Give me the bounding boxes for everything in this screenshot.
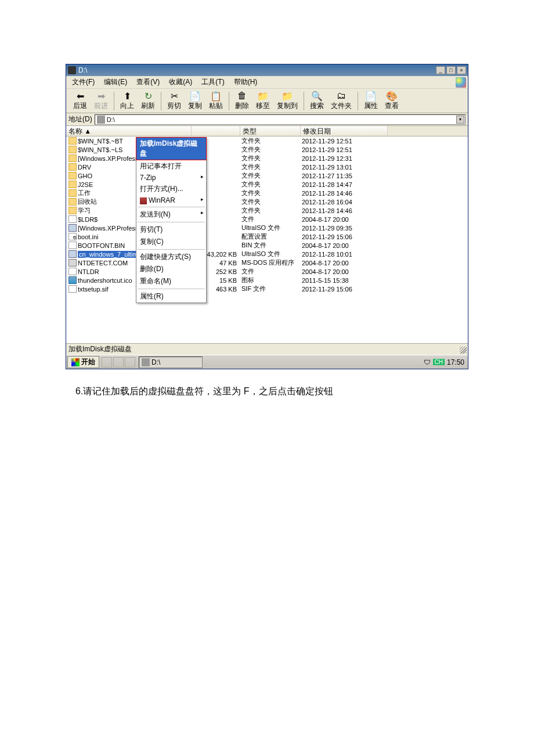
file-row[interactable]: NTDETECT.COM47 KBMS-DOS 应用程序2004-8-17 20… [66,258,468,267]
column-headers[interactable]: 名称 ▲ 类型 修改日期 [66,126,468,136]
start-button[interactable]: 开始 [67,356,99,368]
paste-button[interactable]: 📋粘贴 [205,91,226,111]
file-type: 配置设置 [240,232,301,241]
file-row[interactable]: [Windows.XP.ProfessUltraISO 文件2012-11-29… [66,224,468,232]
fold-icon [68,163,77,171]
file-icon [68,215,77,223]
file-row[interactable]: [Windows.XP.Profess文件夹2012-11-29 12:31 [66,154,468,163]
ctx-cut[interactable]: 剪切(T) [136,224,206,236]
language-indicator[interactable]: CH [433,359,445,365]
folders-button[interactable]: 🗂文件夹 [327,91,355,111]
drive-icon [68,66,76,74]
ctx-winrar[interactable]: WinRAR [136,195,206,206]
file-date: 2012-11-29 13:01 [301,164,388,171]
tray-item[interactable]: 🛡 [424,358,431,366]
ctx-delete[interactable]: 删除(D) [136,263,206,275]
copyto-button[interactable]: 📁复制到 [273,91,301,111]
close-button[interactable]: × [457,66,466,74]
file-type: 文件 [240,267,301,276]
file-type: 文件夹 [240,206,301,215]
minimize-button[interactable]: _ [436,66,445,74]
file-date: 2012-11-29 09:35 [301,225,388,232]
delete-button[interactable]: 🗑删除 [232,91,252,111]
clock[interactable]: 17:50 [447,358,464,366]
ql-item-3[interactable] [125,357,135,368]
folder-move-icon: 📁 [257,91,269,101]
ql-item-1[interactable] [102,357,112,368]
ico-icon [68,276,77,284]
file-row[interactable]: $WIN_NT$.~LS文件夹2012-11-29 12:51 [66,145,468,154]
col-name[interactable]: 名称 ▲ [66,126,192,136]
menu-tools[interactable]: 工具(T) [197,75,229,89]
file-row[interactable]: 工作文件夹2012-11-28 14:46 [66,189,468,197]
file-row[interactable]: thundershortcut.ico15 KB图标2011-5-15 15:3… [66,276,468,285]
file-date: 2011-5-15 15:38 [301,277,388,284]
windows-flag-icon [71,358,80,366]
properties-button[interactable]: 📄属性 [360,91,381,111]
file-row[interactable]: txtsetup.sif463 KBSIF 文件2012-11-29 15:06 [66,285,468,293]
ctx-shortcut[interactable]: 创建快捷方式(S) [136,251,206,263]
file-icon [68,285,77,293]
file-row[interactable]: NTLDR252 KB文件2004-8-17 20:00 [66,267,468,276]
file-row[interactable]: $WIN_NT$.~BT文件夹2012-11-29 12:51 [66,136,468,145]
search-button[interactable]: 🔍搜索 [306,91,327,111]
address-combo[interactable]: D:\ ▾ [95,114,466,125]
dropdown-icon[interactable]: ▾ [456,116,464,124]
col-date[interactable]: 修改日期 [301,126,388,136]
col-type[interactable]: 类型 [240,126,301,136]
file-list[interactable]: 加载ImDisk虚拟磁盘 用记事本打开 7-Zip 打开方式(H)... Win… [66,136,468,343]
copy-button[interactable]: 📄复制 [185,91,205,111]
file-row[interactable]: J2SE文件夹2012-11-28 14:47 [66,180,468,189]
ctx-7zip[interactable]: 7-Zip [136,172,206,183]
menu-fav[interactable]: 收藏(A) [164,75,197,89]
up-button[interactable]: ⬆向上 [117,91,138,111]
fold-icon [68,189,77,197]
file-type: 文件夹 [240,163,301,171]
file-name: NTDETECT.COM [78,260,128,267]
iso-icon [68,224,77,232]
paste-icon: 📋 [210,91,222,101]
back-button[interactable]: ⬅后退 [70,91,91,111]
forward-button[interactable]: ➡前进 [91,91,111,111]
ctx-imdisk[interactable]: 加载ImDisk虚拟磁盘 [136,137,207,160]
file-row[interactable]: boot.ini配置设置2012-11-29 15:06 [66,232,468,241]
ctx-openwith[interactable]: 打开方式(H)... [136,183,206,195]
file-row[interactable]: GHO文件夹2012-11-27 11:35 [66,171,468,180]
file-type: 文件夹 [240,180,301,189]
file-date: 2012-11-28 10:01 [301,251,388,258]
file-row[interactable]: $LDR$文件2004-8-17 20:00 [66,215,468,224]
address-bar: 地址(D) D:\ ▾ [66,113,468,126]
ctx-props[interactable]: 属性(R) [136,290,206,303]
taskbar-task-explorer[interactable]: D:\ [139,357,203,368]
file-name: $WIN_NT$.~BT [78,138,123,145]
resize-grip-icon[interactable] [460,347,467,354]
file-row[interactable]: BOOTFONT.BINBIN 文件2004-8-17 20:00 [66,241,468,250]
moveto-button[interactable]: 📁移至 [252,91,273,111]
file-row[interactable]: 学习文件夹2012-11-28 14:46 [66,206,468,215]
system-tray: 🛡 CH 17:50 [424,358,467,366]
instruction-caption: 6.请记住加载后的虚拟磁盘盘符，这里为 F，之后点击确定按钮 [75,386,499,398]
menu-file[interactable]: 文件(F) [67,75,99,89]
ql-item-2[interactable] [113,357,124,368]
refresh-button[interactable]: ↻刷新 [138,91,158,111]
app-icon [68,259,77,267]
file-date: 2012-11-29 15:06 [301,286,388,293]
ctx-sendto[interactable]: 发送到(N) [136,208,206,221]
maximize-button[interactable]: □ [446,66,456,74]
menu-help[interactable]: 帮助(H) [229,75,262,89]
properties-icon: 📄 [365,91,377,101]
ctx-notepad[interactable]: 用记事本打开 [136,160,206,172]
views-button[interactable]: 🎨查看 [381,91,402,111]
ctx-rename[interactable]: 重命名(M) [136,275,206,287]
menu-edit[interactable]: 编辑(E) [99,75,132,89]
titlebar[interactable]: D:\ _ □ × [66,64,468,76]
ctx-copy[interactable]: 复制(C) [136,236,206,248]
fold-icon [68,198,77,206]
col-size[interactable] [192,126,240,136]
file-row[interactable]: DRV文件夹2012-11-29 13:01 [66,163,468,171]
cut-button[interactable]: ✂剪切 [164,91,185,111]
file-name: $LDR$ [78,216,98,223]
file-row[interactable]: cn_windows_7_ultimate_x86_...2,543,202 K… [66,250,468,258]
file-row[interactable]: 回收站文件夹2012-11-28 16:04 [66,197,468,206]
menu-view[interactable]: 查看(V) [132,75,164,89]
